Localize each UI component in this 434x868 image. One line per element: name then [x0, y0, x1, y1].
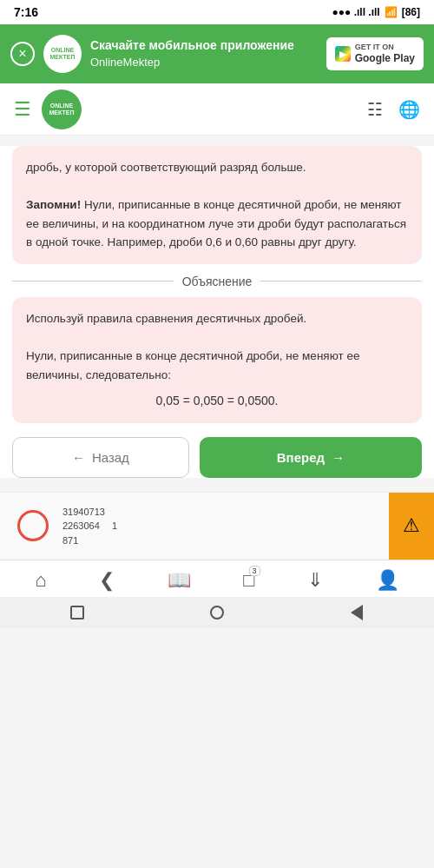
- book-icon: 📖: [168, 569, 191, 592]
- battery-icon: [86]: [402, 6, 420, 18]
- nav-profile[interactable]: 👤: [376, 569, 399, 592]
- system-square-button[interactable]: [68, 603, 87, 622]
- divider-line-left: [12, 281, 174, 282]
- system-home-button[interactable]: [207, 603, 227, 622]
- nav-buttons: ← Назад Вперед →: [12, 437, 422, 478]
- profile-icon: 👤: [376, 569, 399, 592]
- wifi-icon: 📶: [385, 6, 398, 18]
- warning-button[interactable]: ⚠: [389, 493, 434, 560]
- google-play-label: GET IT ON Google Play: [355, 43, 415, 64]
- promo-banner: × ONLINEМЕКТЕП Скачайте мобильное прилож…: [0, 24, 434, 83]
- info-text-body: Нули, приписанные в конце десятичной дро…: [26, 198, 406, 248]
- back-nav-icon: ❮: [99, 569, 115, 592]
- circle-icon: [210, 606, 224, 620]
- hamburger-icon[interactable]: ☰: [14, 98, 31, 121]
- grid-view-icon[interactable]: ☷: [367, 99, 383, 120]
- status-icons: ●●● .ıll .ıll 📶 [86]: [332, 6, 420, 18]
- banner-logo: ONLINEМЕКТЕП: [43, 35, 82, 73]
- banner-subtitle: OnlineMektep: [90, 55, 318, 70]
- signal-icon: ●●● .ıll .ıll: [332, 6, 380, 18]
- home-icon: ⌂: [35, 569, 46, 592]
- main-content: дробь, у которой соответствующий разряд …: [0, 146, 434, 478]
- explanation-line2: Нули, приписанные в конце десятичной дро…: [26, 347, 408, 384]
- triangle-icon: [351, 605, 363, 620]
- divider-label: Объяснение: [182, 275, 253, 288]
- status-time: 7:16: [14, 5, 38, 19]
- banner-title: Скачайте мобильное приложение: [90, 37, 318, 55]
- forward-button-label: Вперед: [277, 450, 325, 465]
- system-nav: [0, 597, 434, 628]
- tabs-badge: 3: [249, 566, 260, 576]
- info-text-prefix: дробь, у которой соответствующий разряд …: [26, 161, 306, 174]
- explanation-line1: Используй правила сравнения десятичных д…: [26, 309, 408, 328]
- nav-tabs[interactable]: □ 3: [243, 569, 254, 592]
- info-card: дробь, у которой соответствующий разряд …: [12, 146, 422, 264]
- system-back-button[interactable]: [347, 603, 366, 622]
- status-bar: 7:16 ●●● .ıll .ıll 📶 [86]: [0, 0, 434, 24]
- square-icon: [70, 606, 84, 620]
- banner-close-button[interactable]: ×: [10, 42, 35, 66]
- back-arrow-icon: ←: [72, 450, 85, 465]
- forward-button[interactable]: Вперед →: [200, 437, 422, 478]
- banner-text: Скачайте мобильное приложение OnlineMekt…: [90, 37, 318, 70]
- analytics-row-label: 1: [112, 520, 117, 531]
- nav-download[interactable]: ⇓: [307, 569, 323, 592]
- analytics-bar: 31940713 2263064 871 1 ⚠: [0, 492, 434, 560]
- section-divider: Объяснение: [12, 275, 422, 288]
- download-icon: ⇓: [307, 569, 323, 592]
- analytics-numbers: 31940713 2263064 871: [62, 505, 105, 548]
- nav-home[interactable]: ⌂: [35, 569, 46, 592]
- formula: 0,05 = 0,050 = 0,0500.: [26, 391, 408, 410]
- bottom-nav: ⌂ ❮ 📖 □ 3 ⇓ 👤: [0, 560, 434, 597]
- forward-arrow-icon: →: [332, 450, 345, 465]
- nav-logo: ONLINEМЕКТЕП: [42, 89, 82, 129]
- navbar: ☰ ONLINEМЕКТЕП ☷ 🌐: [0, 83, 434, 136]
- explanation-card: Используй правила сравнения десятичных д…: [12, 297, 422, 423]
- info-bold-label: Запомни!: [26, 198, 81, 211]
- nav-back[interactable]: ❮: [99, 569, 115, 592]
- back-button[interactable]: ← Назад: [12, 437, 189, 478]
- nav-book[interactable]: 📖: [168, 569, 191, 592]
- back-button-label: Назад: [92, 450, 129, 465]
- divider-line-right: [260, 281, 422, 282]
- warning-icon: ⚠: [403, 514, 420, 537]
- google-play-button[interactable]: ▶ GET IT ON Google Play: [326, 37, 424, 70]
- google-play-icon: ▶: [335, 46, 351, 62]
- globe-icon[interactable]: 🌐: [398, 99, 420, 120]
- analytics-circle: [17, 510, 49, 541]
